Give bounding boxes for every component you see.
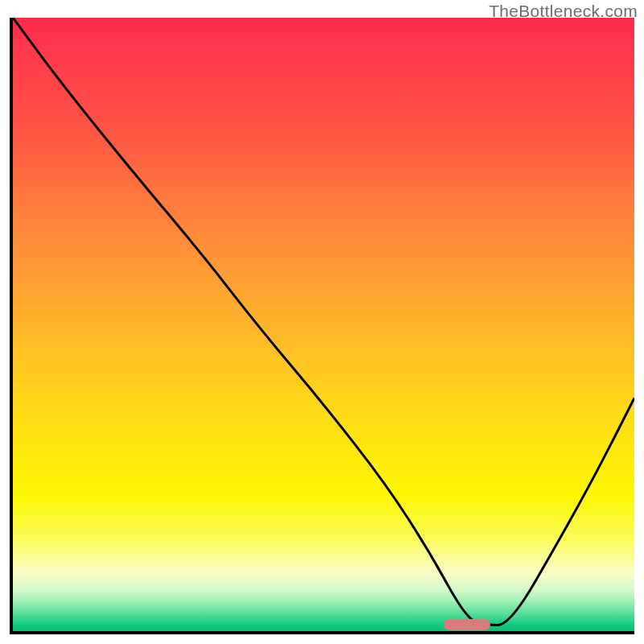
background-gradient	[13, 18, 634, 631]
optimal-marker	[444, 619, 490, 630]
chart-container: TheBottleneck.com	[0, 0, 644, 644]
plot-area	[10, 18, 634, 634]
watermark-text: TheBottleneck.com	[489, 2, 638, 21]
